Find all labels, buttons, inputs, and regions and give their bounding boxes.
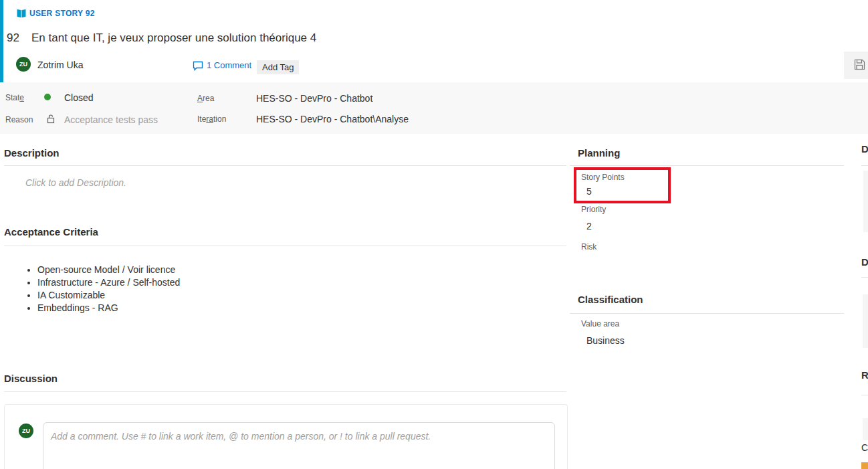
priority-label: Priority xyxy=(581,205,606,214)
description-placeholder[interactable]: Click to add Description. xyxy=(25,177,126,188)
discussion-heading: Discussion xyxy=(4,373,58,384)
story-points-label: Story Points xyxy=(581,173,625,182)
area-field-label: Area xyxy=(197,94,214,103)
deployment-heading: Deployment xyxy=(861,143,868,155)
acceptance-criteria-item: Open-source Model / Voir licence xyxy=(37,265,180,274)
value-area-label: Value area xyxy=(581,319,619,329)
acceptance-criteria-item: Infrastructure - Azure / Self-hosted xyxy=(37,278,180,287)
related-work-group-label: Child xyxy=(861,442,868,453)
deployment-divider xyxy=(861,165,868,166)
acceptance-criteria-list[interactable]: Open-source Model / Voir licence Infrast… xyxy=(19,265,180,316)
risk-label: Risk xyxy=(581,242,596,252)
comment-input[interactable] xyxy=(43,422,555,469)
assignee-name[interactable]: Zotrim Uka xyxy=(37,60,83,70)
deployment-panel xyxy=(863,171,868,232)
description-heading: Description xyxy=(4,147,60,159)
development-panel xyxy=(863,294,868,348)
area-value[interactable]: HES-SO - DevPro - Chatbot xyxy=(256,93,372,104)
comment-input-placeholder: Add a comment. Use # to link a work item… xyxy=(51,431,431,442)
add-tag-button[interactable]: Add Tag xyxy=(257,60,299,74)
iteration-field-label: Iteration xyxy=(197,114,226,124)
comment-bubble-icon xyxy=(193,61,203,71)
comment-author-avatar: ZU xyxy=(19,424,33,438)
acceptance-criteria-item: IA Customizable xyxy=(37,290,180,300)
save-floppy-icon xyxy=(854,59,865,70)
development-heading: Development xyxy=(861,256,868,268)
work-item-type-color-bar xyxy=(0,0,3,82)
reason-field-label: Reason xyxy=(5,115,33,124)
classification-heading: Classification xyxy=(578,294,643,305)
classification-divider xyxy=(570,313,844,314)
story-points-value[interactable]: 5 xyxy=(586,186,592,197)
description-divider xyxy=(4,165,566,166)
state-value[interactable]: Closed xyxy=(64,92,94,103)
work-item-id: 92 xyxy=(7,31,19,45)
acceptance-criteria-divider xyxy=(4,246,566,246)
lock-icon xyxy=(47,114,55,124)
save-button[interactable] xyxy=(844,52,868,79)
reason-value: Acceptance tests pass xyxy=(64,114,158,125)
acceptance-criteria-heading: Acceptance Criteria xyxy=(4,226,98,238)
state-closed-dot xyxy=(44,94,51,100)
value-area-value[interactable]: Business xyxy=(586,335,625,346)
planning-heading: Planning xyxy=(578,147,620,159)
development-divider xyxy=(861,277,868,278)
comments-link[interactable]: 1 Comment xyxy=(207,60,251,70)
related-work-panel xyxy=(863,418,868,440)
assignee-avatar[interactable]: ZU xyxy=(16,57,31,72)
work-item-title[interactable]: En tant que IT, je veux proposer une sol… xyxy=(31,31,316,45)
state-bar xyxy=(0,82,868,134)
discussion-divider xyxy=(4,391,566,392)
user-story-book-icon xyxy=(16,8,27,19)
work-item-type-label[interactable]: USER STORY 92 xyxy=(29,9,95,18)
acceptance-criteria-item: Embeddings - RAG xyxy=(37,303,180,312)
priority-value[interactable]: 2 xyxy=(586,221,592,231)
task-icon xyxy=(861,462,868,469)
planning-divider xyxy=(570,165,844,166)
related-work-heading: Related Work xyxy=(861,369,868,381)
state-field-label: State xyxy=(5,93,24,102)
iteration-value[interactable]: HES-SO - DevPro - Chatbot\Analyse xyxy=(256,114,409,124)
related-work-divider xyxy=(861,395,868,395)
